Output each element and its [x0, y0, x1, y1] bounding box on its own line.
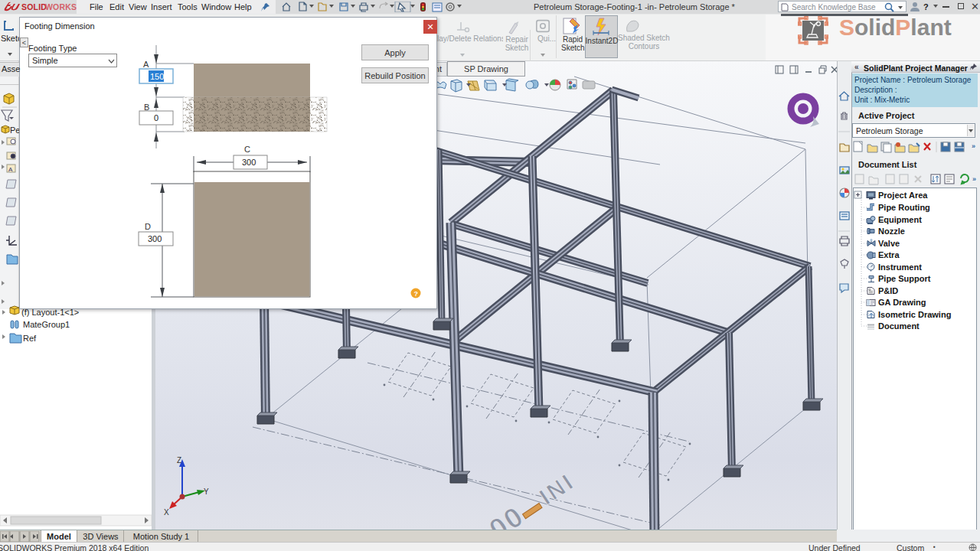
- svg-text:P&ID: P&ID: [878, 286, 898, 295]
- svg-text:Document: Document: [878, 321, 920, 331]
- svg-text:»: »: [972, 175, 976, 183]
- svg-text:300: 300: [148, 234, 162, 243]
- svg-text:Isometric Drawing: Isometric Drawing: [878, 310, 951, 319]
- svg-text:B: B: [144, 103, 149, 112]
- svg-text:Nozzle: Nozzle: [878, 227, 905, 236]
- svg-text:»: »: [972, 142, 975, 150]
- svg-text:Sketc: Sketc: [1, 34, 19, 43]
- svg-text:Z: Z: [177, 456, 181, 465]
- svg-text:Pipe Routing: Pipe Routing: [878, 203, 930, 212]
- svg-text:Y: Y: [204, 487, 209, 496]
- svg-text:Project Area: Project Area: [878, 191, 928, 200]
- svg-text:MateGroup1: MateGroup1: [23, 320, 70, 329]
- svg-text:GA Drawing: GA Drawing: [878, 298, 926, 307]
- svg-text:A: A: [143, 60, 149, 69]
- svg-text:SOLID: SOLID: [21, 2, 47, 11]
- svg-text:X: X: [164, 508, 169, 517]
- svg-text:Instrument: Instrument: [878, 262, 922, 272]
- svg-text:Equipment: Equipment: [878, 215, 922, 224]
- svg-text:A: A: [8, 166, 13, 173]
- svg-text:0: 0: [154, 113, 158, 122]
- svg-text:Pipe Support: Pipe Support: [878, 274, 931, 283]
- svg-text:Valve: Valve: [878, 239, 900, 248]
- svg-text:WORKS: WORKS: [45, 2, 77, 11]
- svg-text:Ref: Ref: [23, 334, 37, 343]
- svg-text:D: D: [145, 222, 151, 231]
- svg-text:?: ?: [414, 290, 419, 298]
- svg-text:C: C: [244, 145, 250, 154]
- svg-text:150: 150: [150, 72, 164, 81]
- svg-text:Extra: Extra: [878, 250, 900, 259]
- svg-text:300: 300: [242, 158, 256, 167]
